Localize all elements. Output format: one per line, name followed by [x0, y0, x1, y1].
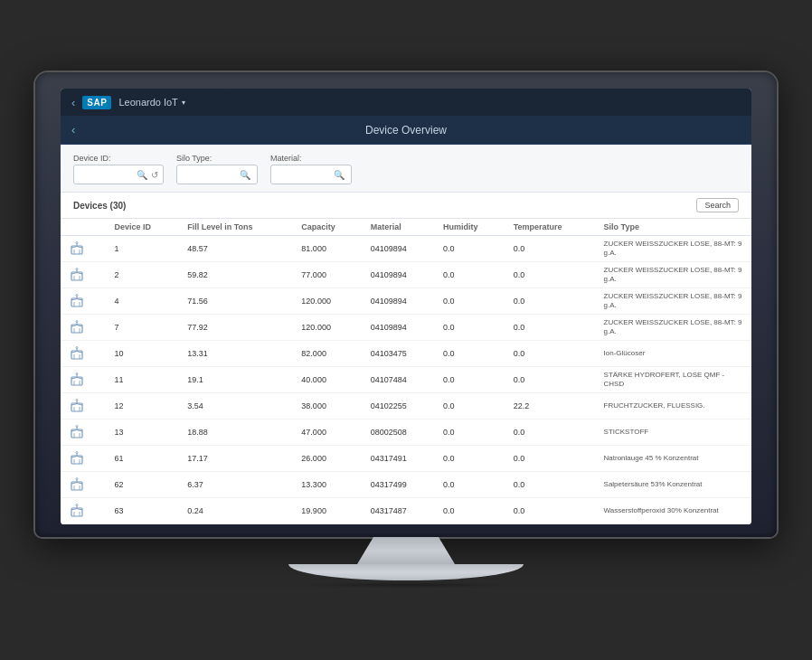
- cell-humidity: 0.0: [436, 315, 506, 341]
- sap-logo: SAP: [82, 96, 111, 109]
- material-search-icon[interactable]: 🔍: [334, 170, 345, 180]
- table-header-row: Device ID Fill Level in Tons Capacity Ma…: [61, 219, 751, 236]
- cell-capacity: 40.000: [294, 367, 363, 393]
- table-row[interactable]: 626.3713.300043174990.00.0Salpetersäure …: [61, 472, 751, 498]
- col-material: Material: [364, 219, 436, 236]
- cell-humidity: 0.0: [436, 262, 506, 288]
- thing-image-cell: [61, 498, 107, 524]
- cell-capacity: 26.000: [294, 446, 363, 472]
- table-row[interactable]: 471.56120.000041098940.00.0ZUCKER WEISSZ…: [61, 288, 751, 315]
- devices-table: Device ID Fill Level in Tons Capacity Ma…: [61, 219, 751, 524]
- monitor-neck: [352, 537, 460, 564]
- cell-capacity: 120.000: [294, 315, 363, 341]
- col-temperature: Temperature: [506, 219, 597, 236]
- back-icon[interactable]: ‹: [71, 123, 75, 137]
- cell-silo-type: ZUCKER WEISSZUCKER LOSE, 88-MT: 9 g.A.: [597, 236, 751, 262]
- cell-fill-level: 17.17: [180, 446, 294, 472]
- table-row[interactable]: 6117.1726.000043174910.00.0Natronlauge 4…: [61, 446, 751, 472]
- material-label: Material:: [270, 154, 352, 163]
- app-title: Leonardo IoT ▾: [118, 97, 184, 108]
- table-header-bar: Devices (30) Search: [61, 193, 751, 219]
- cell-device-id: 10: [107, 341, 180, 367]
- device-id-input[interactable]: [79, 170, 133, 179]
- material-field: Material: 🔍: [270, 154, 352, 184]
- svg-point-37: [76, 426, 78, 428]
- cell-silo-type: Natronlauge 45 % Konzentrat: [597, 446, 751, 472]
- cell-device-id: 1: [107, 236, 180, 262]
- svg-point-52: [76, 504, 78, 506]
- svg-point-47: [76, 478, 78, 480]
- table-row[interactable]: 777.92120.000041098940.00.0ZUCKER WEISSZ…: [61, 315, 751, 341]
- table-body: 148.5781.000041098940.00.0ZUCKER WEISSZU…: [61, 236, 751, 524]
- page-title-bar: ‹ Device Overview: [61, 116, 751, 145]
- thing-image-cell: [61, 420, 107, 446]
- cell-device-id: 7: [107, 315, 180, 341]
- thing-image-cell: [61, 236, 107, 262]
- cell-temperature: 0.0: [506, 367, 597, 393]
- table-row[interactable]: 123.5438.000041022550.022.2FRUCHTZUCKER,…: [61, 393, 751, 420]
- table-row[interactable]: 259.8277.000041098940.00.0ZUCKER WEISSZU…: [61, 262, 751, 288]
- device-id-label: Device ID:: [73, 154, 164, 163]
- search-button[interactable]: Search: [696, 198, 739, 212]
- table-row[interactable]: 148.5781.000041098940.00.0ZUCKER WEISSZU…: [61, 236, 751, 262]
- monitor-wrapper: ‹ SAP Leonardo IoT ▾ ‹ Device Overview D…: [35, 72, 777, 588]
- cell-fill-level: 0.24: [180, 498, 294, 524]
- silo-type-input[interactable]: [182, 170, 236, 179]
- cell-capacity: 19.900: [294, 498, 363, 524]
- table-row[interactable]: 630.2419.900043174870.00.0Wasserstoffper…: [61, 498, 751, 524]
- cell-material: 08002508: [364, 420, 436, 446]
- search-icon[interactable]: 🔍: [137, 170, 147, 180]
- table-row[interactable]: 1318.8847.000080025080.00.0STICKSTOFF: [61, 420, 751, 446]
- cell-material: 04109894: [364, 315, 436, 341]
- table-row[interactable]: 1013.3182.000041034750.00.0Ion-Glücoser: [61, 341, 751, 367]
- cell-device-id: 12: [107, 393, 180, 420]
- cell-silo-type: Salpetersäure 53% Konzentrat: [597, 472, 751, 498]
- cell-silo-type: FRUCHTZUCKER, FLUESSIG.: [597, 393, 751, 420]
- thing-image-cell: [61, 288, 107, 315]
- cell-material: 04102255: [364, 393, 436, 420]
- table-container: Devices (30) Search Device ID Fill Level…: [61, 193, 751, 524]
- material-input[interactable]: [276, 170, 330, 179]
- col-humidity: Humidity: [436, 219, 506, 236]
- cell-device-id: 13: [107, 420, 180, 446]
- table-row[interactable]: 1119.140.000041074840.00.0STÄRKE HYDROFE…: [61, 367, 751, 393]
- filter-row: Device ID: 🔍 ↺ Silo Type: 🔍: [73, 154, 739, 184]
- cell-humidity: 0.0: [436, 236, 506, 262]
- thing-image-cell: [61, 341, 107, 367]
- col-device-id: Device ID: [107, 219, 180, 236]
- cell-temperature: 0.0: [506, 315, 597, 341]
- cell-material: 04107484: [364, 367, 436, 393]
- monitor-base: [288, 564, 524, 580]
- cell-material: 04109894: [364, 262, 436, 288]
- silo-type-label: Silo Type:: [176, 154, 258, 163]
- thing-image-cell: [61, 446, 107, 472]
- cell-device-id: 61: [107, 446, 180, 472]
- thing-image-cell: [61, 315, 107, 341]
- col-thing-image: [61, 219, 107, 236]
- nav-bar: ‹ SAP Leonardo IoT ▾: [61, 89, 751, 116]
- devices-count: Devices (30): [73, 201, 126, 211]
- cell-fill-level: 19.1: [180, 367, 294, 393]
- cell-humidity: 0.0: [436, 367, 506, 393]
- cell-device-id: 62: [107, 472, 180, 498]
- material-input-wrap: 🔍: [270, 165, 352, 184]
- cell-material: 04109894: [364, 236, 436, 262]
- cell-silo-type: Ion-Glücoser: [597, 341, 751, 367]
- cell-temperature: 0.0: [506, 341, 597, 367]
- svg-point-42: [76, 452, 78, 454]
- cell-fill-level: 59.82: [180, 262, 294, 288]
- nav-back-button[interactable]: ‹: [71, 96, 75, 109]
- col-fill-level: Fill Level in Tons: [180, 219, 294, 236]
- cell-fill-level: 6.37: [180, 472, 294, 498]
- cell-fill-level: 3.54: [180, 393, 294, 420]
- silo-search-icon[interactable]: 🔍: [240, 170, 250, 180]
- cell-temperature: 0.0: [506, 446, 597, 472]
- cell-silo-type: STÄRKE HYDROFERT, LOSE QMF - CHSD: [597, 367, 751, 393]
- cell-silo-type: ZUCKER WEISSZUCKER LOSE, 88-MT: 9 g.A.: [597, 262, 751, 288]
- screen: ‹ SAP Leonardo IoT ▾ ‹ Device Overview D…: [61, 89, 751, 524]
- cell-material: 04109894: [364, 288, 436, 315]
- cell-material: 04317499: [364, 472, 436, 498]
- cell-fill-level: 18.88: [180, 420, 294, 446]
- refresh-icon[interactable]: ↺: [151, 170, 158, 180]
- chevron-down-icon[interactable]: ▾: [182, 99, 185, 107]
